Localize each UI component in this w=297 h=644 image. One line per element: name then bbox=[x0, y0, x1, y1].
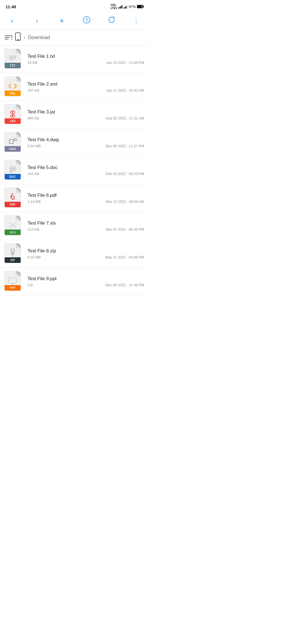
file-info: Test File 9.ppt 0 B Dec 08 2022 . 11:48 … bbox=[28, 276, 144, 287]
svg-rect-28 bbox=[9, 278, 16, 283]
file-item[interactable]: JAR Test File 3.jar 890 KB Sep 02 2022 .… bbox=[0, 101, 148, 129]
svg-point-16 bbox=[14, 138, 16, 141]
file-size: 1.14 MB bbox=[28, 200, 41, 204]
file-name: Test File 9.ppt bbox=[28, 276, 144, 282]
file-icon-content bbox=[5, 54, 21, 63]
file-name: Test File 5.doc bbox=[28, 165, 144, 170]
file-name: Test File 4.dwg bbox=[28, 137, 144, 143]
file-icon: JAR bbox=[4, 104, 23, 125]
status-time: 11:48 bbox=[6, 4, 16, 9]
file-name: Test File 3.jar bbox=[28, 109, 144, 115]
file-type-badge: TXT bbox=[5, 63, 21, 68]
file-name: Test File 6.pdf bbox=[28, 193, 144, 198]
file-icon: DWG bbox=[4, 132, 23, 153]
file-size: 24 KB bbox=[28, 61, 37, 65]
forward-button[interactable]: › bbox=[31, 17, 42, 25]
history-button[interactable] bbox=[81, 16, 92, 26]
file-type-badge: PPT bbox=[5, 285, 21, 291]
file-date: Dec 08 2022 . 11:48 PM bbox=[106, 283, 144, 287]
file-icon-content bbox=[5, 137, 21, 146]
file-icon: TXT bbox=[4, 49, 23, 70]
signal-icon-2 bbox=[123, 5, 128, 9]
file-meta: 9.54 MB Dec 08 2022 . 11:37 PM bbox=[28, 144, 144, 148]
file-name: Test File 2.xml bbox=[28, 81, 144, 87]
file-meta: 6.15 MB May 31 2022 . 03:48 PM bbox=[28, 255, 144, 259]
file-item[interactable]: XML Test File 2.xml 197 KB Apr 11 2022 .… bbox=[0, 73, 148, 101]
file-date: May 31 2022 . 03:48 PM bbox=[105, 255, 144, 259]
file-type-badge: PDF bbox=[5, 202, 21, 207]
file-info: Test File 6.pdf 1.14 MB Mar 23 2022 . 08… bbox=[28, 193, 144, 204]
file-item[interactable]: ZIP Test File 8.zip 6.15 MB May 31 2022 … bbox=[0, 240, 148, 268]
file-icon: PPT bbox=[4, 271, 23, 292]
file-info: Test File 5.doc 101 KB Feb 25 2022 . 08:… bbox=[28, 165, 144, 176]
file-size: 6.15 MB bbox=[28, 255, 41, 259]
battery-icon bbox=[137, 5, 143, 8]
toolbar: ‹ › + ⋮ bbox=[0, 12, 148, 30]
file-type-badge: DWG bbox=[5, 146, 21, 152]
file-item[interactable]: PDF Test File 6.pdf 1.14 MB Mar 23 2022 … bbox=[0, 184, 148, 212]
file-item[interactable]: DOC Test File 5.doc 101 KB Feb 25 2022 .… bbox=[0, 157, 148, 184]
file-item[interactable]: DWG Test File 4.dwg 9.54 MB Dec 08 2022 … bbox=[0, 129, 148, 157]
breadcrumb-chevron: › bbox=[24, 35, 25, 40]
file-icon: PDF bbox=[4, 188, 23, 209]
file-name: Test File 8.zip bbox=[28, 248, 144, 254]
file-type-badge: DOC bbox=[5, 174, 21, 179]
file-meta: 213 KB Mar 07 2022 . 06:48 PM bbox=[28, 227, 144, 231]
file-item[interactable]: PPT Test File 9.ppt 0 B Dec 08 2022 . 11… bbox=[0, 268, 148, 296]
more-button[interactable]: ⋮ bbox=[131, 17, 142, 24]
file-icon-content bbox=[5, 193, 21, 202]
file-date: Feb 25 2022 . 08:23 PM bbox=[106, 172, 144, 176]
file-item[interactable]: TXT Test File 1.txt 24 KB Jun 23 2022 . … bbox=[0, 45, 148, 73]
sort-button[interactable] bbox=[4, 34, 12, 41]
svg-rect-24 bbox=[11, 249, 14, 252]
file-item[interactable]: XLS Test File 7.xls 213 KB Mar 07 2022 .… bbox=[0, 212, 148, 240]
device-button[interactable] bbox=[15, 32, 21, 42]
file-meta: 197 KB Apr 11 2022 . 02:42 AM bbox=[28, 88, 144, 92]
file-type-badge: XLS bbox=[5, 230, 21, 235]
file-size: 197 KB bbox=[28, 88, 39, 92]
file-date: Mar 23 2022 . 08:04 AM bbox=[106, 200, 144, 204]
file-size: 0 B bbox=[28, 283, 33, 287]
file-meta: 890 KB Sep 02 2022 . 11:31 AM bbox=[28, 116, 144, 120]
file-date: Sep 02 2022 . 11:31 AM bbox=[106, 116, 144, 120]
svg-rect-15 bbox=[9, 140, 13, 143]
file-date: Apr 11 2022 . 02:42 AM bbox=[106, 88, 144, 92]
refresh-button[interactable] bbox=[106, 16, 117, 26]
svg-point-26 bbox=[12, 252, 13, 254]
status-bar: 11:48 VOLLTE1 97% bbox=[0, 0, 148, 12]
back-button[interactable]: ‹ bbox=[7, 17, 18, 25]
file-type-badge: JAR bbox=[5, 118, 21, 124]
file-icon: XML bbox=[4, 77, 23, 97]
file-info: Test File 1.txt 24 KB Jun 23 2022 . 11:0… bbox=[28, 54, 144, 65]
file-date: Dec 08 2022 . 11:37 PM bbox=[106, 144, 144, 148]
lte-label: VOLLTE1 bbox=[111, 4, 117, 10]
file-list: TXT Test File 1.txt 24 KB Jun 23 2022 . … bbox=[0, 45, 148, 296]
file-name: Test File 7.xls bbox=[28, 220, 144, 226]
file-info: Test File 4.dwg 9.54 MB Dec 08 2022 . 11… bbox=[28, 137, 144, 148]
file-icon-content bbox=[5, 165, 21, 174]
svg-line-2 bbox=[87, 20, 88, 21]
status-icons: VOLLTE1 97% bbox=[111, 4, 143, 10]
svg-rect-7 bbox=[15, 33, 20, 40]
file-type-badge: XML bbox=[5, 91, 21, 96]
file-icon: ZIP bbox=[4, 243, 23, 264]
file-info: Test File 2.xml 197 KB Apr 11 2022 . 02:… bbox=[28, 81, 144, 92]
path-bar: › Download bbox=[0, 30, 148, 45]
file-type-badge: ZIP bbox=[5, 257, 21, 263]
file-name: Test File 1.txt bbox=[28, 54, 144, 59]
file-info: Test File 7.xls 213 KB Mar 07 2022 . 06:… bbox=[28, 220, 144, 231]
signal-icon-1 bbox=[118, 5, 122, 9]
file-meta: 101 KB Feb 25 2022 . 08:23 PM bbox=[28, 172, 144, 176]
file-icon-content bbox=[5, 249, 21, 257]
file-date: Mar 07 2022 . 06:48 PM bbox=[106, 227, 144, 231]
file-meta: 1.14 MB Mar 23 2022 . 08:04 AM bbox=[28, 200, 144, 204]
file-size: 101 KB bbox=[28, 172, 39, 176]
file-icon: XLS bbox=[4, 215, 23, 236]
file-icon-content bbox=[5, 221, 21, 230]
file-meta: 24 KB Jun 23 2022 . 11:00 PM bbox=[28, 61, 144, 65]
file-size: 213 KB bbox=[28, 227, 39, 231]
file-info: Test File 8.zip 6.15 MB May 31 2022 . 03… bbox=[28, 248, 144, 259]
file-icon: DOC bbox=[4, 160, 23, 181]
add-button[interactable]: + bbox=[56, 16, 67, 26]
file-info: Test File 3.jar 890 KB Sep 02 2022 . 11:… bbox=[28, 109, 144, 120]
